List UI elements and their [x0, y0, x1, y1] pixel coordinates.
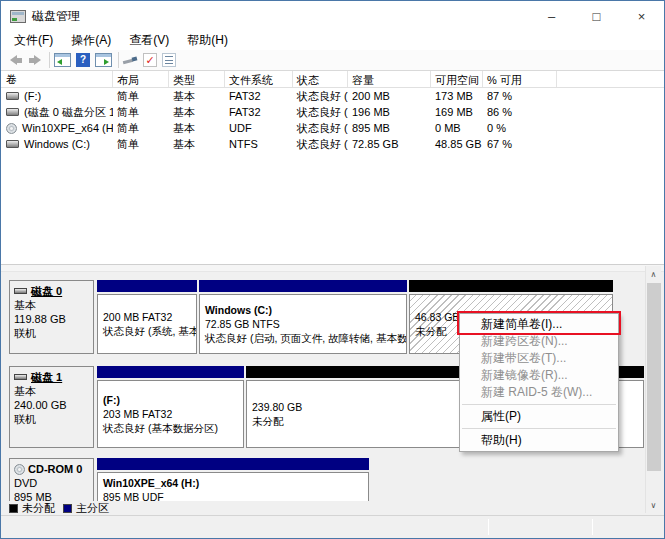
legend-bar: 未分配 主分区: [1, 501, 664, 515]
primary-partition-bar: [97, 366, 244, 378]
close-button[interactable]: ×: [619, 1, 664, 31]
disk-icon: [14, 374, 27, 380]
title-bar: 磁盘管理 – □ ×: [1, 1, 664, 31]
column-free-space[interactable]: 可用空间: [431, 71, 483, 87]
region-disk0-windows-c[interactable]: Windows (C:) 72.85 GB NTFS 状态良好 (启动, 页面文…: [199, 280, 407, 354]
menu-bar: 文件(F) 操作(A) 查看(V) 帮助(H): [1, 31, 664, 50]
column-status[interactable]: 状态: [293, 71, 348, 87]
status-divider: [592, 519, 593, 535]
maximize-button[interactable]: □: [574, 1, 619, 31]
column-pct-free[interactable]: % 可用: [483, 71, 557, 87]
volume-name: Win10XPE_x64 (H:): [22, 122, 113, 134]
show-console-tree-icon[interactable]: [54, 53, 71, 67]
vertical-scrollbar[interactable]: ∧ ∨: [645, 266, 661, 513]
table-row[interactable]: (F:) 简单 基本 FAT32 状态良好 (... 200 MB 173 MB…: [1, 88, 664, 104]
cd-icon: [14, 464, 25, 475]
column-layout[interactable]: 布局: [113, 71, 169, 87]
cd-icon: [6, 123, 17, 134]
volume-name: (F:): [24, 90, 41, 102]
primary-partition-bar: [199, 280, 407, 292]
menu-action[interactable]: 操作(A): [62, 30, 120, 51]
toolbar-separator: [118, 52, 119, 68]
menu-separator: [462, 404, 616, 405]
column-volume[interactable]: 卷: [1, 71, 113, 87]
status-bar: [1, 515, 664, 538]
region-disk0-system-partition[interactable]: 200 MB FAT32 状态良好 (系统, 基本: [97, 280, 197, 354]
menu-item-new-striped-volume: 新建带区卷(T)...: [460, 350, 618, 367]
app-icon: [10, 10, 26, 23]
unallocated-bar: [409, 280, 613, 292]
region-cdrom-media[interactable]: Win10XPE_x64 (H:) 895 MB UDF: [97, 458, 369, 501]
column-filesystem[interactable]: 文件系统: [225, 71, 293, 87]
menu-item-new-spanned-volume: 新建跨区卷(N)...: [460, 333, 618, 350]
status-divider: [488, 519, 489, 535]
drive-icon: [6, 92, 19, 100]
column-capacity[interactable]: 容量: [348, 71, 431, 87]
unallocated-swatch: [9, 504, 18, 513]
primary-partition-bar: [97, 280, 197, 292]
disk-0-label[interactable]: 磁盘 0 基本 119.88 GB 联机: [9, 280, 94, 354]
primary-partition-swatch: [63, 504, 72, 513]
volume-name: Windows (C:): [24, 138, 90, 150]
table-row[interactable]: (磁盘 0 磁盘分区 1) 简单 基本 FAT32 状态良好 (... 196 …: [1, 104, 664, 120]
pane-splitter[interactable]: [1, 264, 664, 272]
column-type[interactable]: 类型: [169, 71, 225, 87]
drive-icon: [6, 108, 19, 116]
scroll-down-icon[interactable]: ∨: [646, 497, 661, 513]
scroll-up-icon[interactable]: ∧: [646, 266, 661, 282]
toolbar-separator: [49, 52, 50, 68]
menu-view[interactable]: 查看(V): [120, 30, 178, 51]
scrollbar-thumb[interactable]: [647, 283, 661, 471]
check-disk-icon[interactable]: ✓: [143, 53, 157, 67]
volume-list-header: 卷 布局 类型 文件系统 状态 容量 可用空间 % 可用: [1, 71, 664, 88]
menu-item-new-raid5-volume: 新建 RAID-5 卷(W)...: [460, 384, 618, 401]
disk-management-window: 磁盘管理 – □ × 文件(F) 操作(A) 查看(V) 帮助(H) ? ✓ 卷…: [0, 0, 665, 539]
properties-list-icon[interactable]: [162, 53, 176, 67]
disk-1-label[interactable]: 磁盘 1 基本 240.00 GB 联机: [9, 366, 94, 448]
menu-item-help[interactable]: 帮助(H): [460, 432, 618, 449]
menu-item-properties[interactable]: 属性(P): [460, 408, 618, 425]
volume-name: (磁盘 0 磁盘分区 1): [24, 105, 113, 120]
window-title: 磁盘管理: [32, 8, 80, 25]
volume-list-pane: 卷 布局 类型 文件系统 状态 容量 可用空间 % 可用 (F:) 简单 基本 …: [1, 71, 664, 264]
highlight-rectangle: [457, 311, 621, 335]
show-action-pane-icon[interactable]: [95, 53, 112, 67]
menu-help[interactable]: 帮助(H): [178, 30, 237, 51]
menu-item-new-mirrored-volume: 新建镜像卷(R)...: [460, 367, 618, 384]
back-icon[interactable]: [8, 53, 23, 68]
region-disk1-f[interactable]: (F:) 203 MB FAT32 状态良好 (基本数据分区): [97, 366, 244, 448]
legend-unallocated: 未分配: [9, 501, 55, 516]
disk-icon: [14, 288, 27, 294]
drive-icon: [6, 140, 19, 148]
menu-separator: [462, 428, 616, 429]
primary-partition-bar: [97, 458, 369, 470]
menu-file[interactable]: 文件(F): [5, 30, 62, 51]
cdrom-0-row: CD-ROM 0 DVD 895 MB Win10XPE_x64 (H:) 89…: [9, 458, 664, 501]
table-row[interactable]: Win10XPE_x64 (H:) 简单 基本 UDF 状态良好 (... 89…: [1, 120, 664, 136]
minimize-button[interactable]: –: [529, 1, 574, 31]
help-icon[interactable]: ?: [76, 53, 90, 67]
table-row[interactable]: Windows (C:) 简单 基本 NTFS 状态良好 (... 72.85 …: [1, 136, 664, 152]
toolbar: ? ✓: [1, 50, 664, 71]
tools-icon[interactable]: [123, 53, 138, 68]
forward-icon[interactable]: [28, 53, 43, 68]
cdrom-0-label[interactable]: CD-ROM 0 DVD 895 MB: [9, 458, 94, 501]
legend-primary-partition: 主分区: [63, 501, 109, 516]
column-empty: [557, 71, 664, 87]
